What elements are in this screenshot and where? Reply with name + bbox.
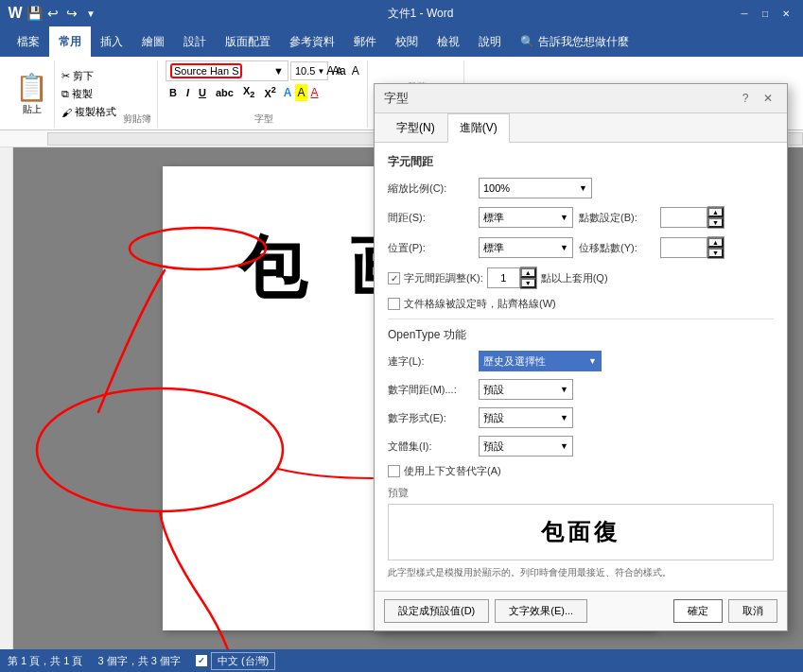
ok-btn[interactable]: 確定 <box>673 599 723 623</box>
tab-home[interactable]: 常用 <box>49 26 91 57</box>
offset-spinbox: ▲ ▼ <box>660 236 724 259</box>
tab-mailings[interactable]: 郵件 <box>344 26 386 57</box>
grid-label: 文件格線被設定時，貼齊格線(W) <box>404 297 556 311</box>
num-spacing-value: 預設 <box>483 383 504 397</box>
tab-references[interactable]: 參考資料 <box>280 26 344 57</box>
subscript-button[interactable]: X2 <box>239 83 258 101</box>
ligatures-dropdown[interactable]: 歷史及選擇性 ▼ <box>479 351 602 371</box>
kerning-note: 點以上套用(Q) <box>541 271 608 285</box>
underline-button[interactable]: U <box>195 85 210 100</box>
font-name-dropdown[interactable]: Source Han S ▼ <box>166 60 288 81</box>
maximize-btn[interactable]: □ <box>756 4 775 23</box>
tab-design[interactable]: 設計 <box>174 26 216 57</box>
font-extra-icon[interactable]: A <box>350 62 361 79</box>
offset-down-btn[interactable]: ▼ <box>707 248 724 258</box>
italic-button[interactable]: I <box>183 85 193 100</box>
bold-button[interactable]: B <box>166 85 181 100</box>
font-row1: Source Han S ▼ 10.5 ▼ A A Aa A <box>166 60 361 81</box>
stylistic-dropdown[interactable]: 預設 ▼ <box>479 436 573 457</box>
scale-value: 100% <box>483 182 510 194</box>
format-painter-icon: 🖌 <box>61 107 72 118</box>
offset-label: 位移點數(Y): <box>579 241 655 255</box>
points-label: 點數設定(B): <box>579 211 655 225</box>
contextual-checkbox[interactable] <box>388 465 400 477</box>
divider <box>388 319 774 319</box>
language-checkbox[interactable]: ✓ <box>196 655 207 666</box>
copy-button[interactable]: ⧉ 複製 <box>59 86 119 102</box>
tab-view[interactable]: 檢視 <box>428 26 469 57</box>
word-logo-icon: W <box>8 6 23 21</box>
scale-arrow: ▼ <box>579 183 587 193</box>
copy-icon: ⧉ <box>61 88 69 100</box>
dialog-title: 字型 <box>384 90 409 107</box>
grid-checkbox[interactable] <box>388 298 400 310</box>
cancel-btn[interactable]: 取消 <box>728 599 777 623</box>
close-btn[interactable]: ✕ <box>777 4 795 23</box>
format-painter-label: 複製格式 <box>75 105 116 119</box>
num-forms-arrow: ▼ <box>560 413 568 422</box>
tab-help[interactable]: 說明 <box>469 26 511 57</box>
text-effects-icon[interactable]: A <box>282 84 294 101</box>
tab-draw[interactable]: 繪圖 <box>132 26 174 57</box>
stylistic-row: 文體集(I): 預設 ▼ <box>388 436 774 457</box>
save-icon[interactable]: 💾 <box>26 6 42 21</box>
position-dropdown[interactable]: 標準 ▼ <box>479 237 573 258</box>
spacing-dropdown[interactable]: 標準 ▼ <box>479 207 573 228</box>
font-case-icon[interactable]: Aa <box>330 62 348 79</box>
font-size-input[interactable]: 10.5 ▼ A A <box>290 61 328 80</box>
status-bar: 第 1 頁，共 1 頁 3 個字，共 3 個字 ✓ 中文 (台灣) <box>0 649 803 672</box>
dialog-tab-advanced[interactable]: 進階(V) <box>447 113 510 143</box>
tab-insert[interactable]: 插入 <box>91 26 132 57</box>
tab-search[interactable]: 🔍 告訴我您想做什麼 <box>511 26 638 57</box>
preview-title: 預覽 <box>388 486 774 500</box>
title-bar: W 💾 ↩ ↪ ▼ 文件1 - Word ─ □ ✕ <box>0 0 803 26</box>
points-up-btn[interactable]: ▲ <box>707 207 724 217</box>
ribbon-tabs: 檔案 常用 插入 繪圖 設計 版面配置 參考資料 郵件 校閱 檢視 說明 🔍 告… <box>0 26 803 57</box>
kerning-input[interactable] <box>487 267 520 288</box>
points-spinbox: ▲ ▼ <box>660 206 724 229</box>
dialog-help-btn[interactable]: ? <box>736 90 755 107</box>
strikethrough-button[interactable]: abc <box>212 85 237 100</box>
language-label[interactable]: 中文 (台灣) <box>211 652 275 670</box>
spacing-value: 標準 <box>483 211 504 225</box>
font-size-arrow: ▼ <box>317 67 324 76</box>
format-painter-button[interactable]: 🖌 複製格式 <box>59 104 119 120</box>
tab-review[interactable]: 校閱 <box>386 26 428 57</box>
set-default-btn[interactable]: 設定成預設值(D) <box>384 599 489 623</box>
points-down-btn[interactable]: ▼ <box>707 217 724 228</box>
font-group-content: Source Han S ▼ 10.5 ▼ A A Aa A B I U abc… <box>166 60 361 112</box>
kerning-up-btn[interactable]: ▲ <box>520 267 536 278</box>
highlight-icon[interactable]: A <box>295 84 306 101</box>
minimize-btn[interactable]: ─ <box>735 4 754 23</box>
paste-button[interactable]: 📋 貼上 <box>9 60 55 128</box>
points-input[interactable] <box>660 207 707 228</box>
contextual-row: 使用上下文替代字(A) <box>388 464 774 478</box>
offset-up-btn[interactable]: ▲ <box>707 237 724 248</box>
kerning-down-btn[interactable]: ▼ <box>520 278 536 288</box>
dialog-close-btn[interactable]: ✕ <box>759 90 777 107</box>
undo-icon[interactable]: ↩ <box>45 6 61 21</box>
page-info: 第 1 頁，共 1 頁 <box>8 654 82 668</box>
cut-button[interactable]: ✂ 剪下 <box>59 68 119 84</box>
cut-icon: ✂ <box>61 70 70 82</box>
text-effects-btn[interactable]: 文字效果(E)... <box>495 599 587 623</box>
tab-file[interactable]: 檔案 <box>8 26 49 57</box>
scale-dropdown[interactable]: 100% ▼ <box>479 178 592 198</box>
kerning-row: ✓ 字元間距調整(K): ▲ ▼ 點以上套用(Q) <box>388 267 774 289</box>
kerning-checkbox[interactable]: ✓ <box>388 272 400 284</box>
scale-label: 縮放比例(C): <box>388 181 473 196</box>
offset-input[interactable] <box>660 237 707 258</box>
font-color-icon[interactable]: A <box>309 84 321 101</box>
font-group: Source Han S ▼ 10.5 ▼ A A Aa A B I U abc… <box>160 60 368 128</box>
points-spin-arrows: ▲ ▼ <box>707 206 724 229</box>
font-dialog[interactable]: 字型 ? ✕ 字型(N) 進階(V) 字元間距 縮放比例(C): 100% ▼ <box>374 83 788 631</box>
superscript-button[interactable]: X2 <box>260 83 279 101</box>
redo-icon[interactable]: ↪ <box>64 6 79 21</box>
more-icon[interactable]: ▼ <box>83 6 98 21</box>
footer-left: 設定成預設值(D) 文字效果(E)... <box>384 599 587 623</box>
copy-label: 複製 <box>72 87 93 101</box>
tab-layout[interactable]: 版面配置 <box>216 26 280 57</box>
dialog-tab-font[interactable]: 字型(N) <box>384 113 447 143</box>
num-spacing-dropdown[interactable]: 預設 ▼ <box>479 379 573 400</box>
num-forms-dropdown[interactable]: 預設 ▼ <box>479 407 573 428</box>
